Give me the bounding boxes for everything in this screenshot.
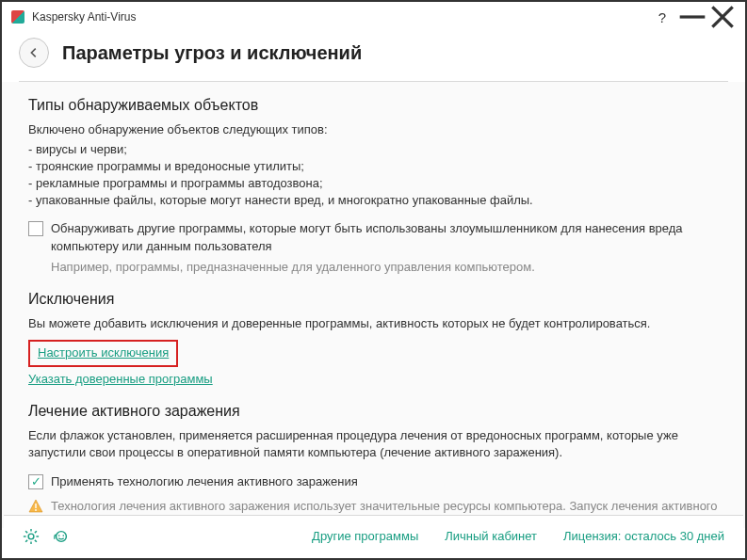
detect-item: - вирусы и черви; xyxy=(28,141,719,158)
close-icon xyxy=(707,2,738,32)
close-button[interactable] xyxy=(707,4,738,30)
license-link[interactable]: Лицензия: осталось 30 дней xyxy=(563,529,724,543)
svg-point-14 xyxy=(57,531,67,541)
svg-line-10 xyxy=(25,531,27,533)
arrow-left-icon xyxy=(27,46,41,59)
detect-item: - троянские программы и вредоносные утил… xyxy=(28,158,719,175)
svg-line-11 xyxy=(35,539,37,541)
app-name: Kaspersky Anti-Virus xyxy=(32,10,137,24)
help-button[interactable]: ? xyxy=(647,4,677,30)
detect-item: - рекламные программы и программы автодо… xyxy=(28,175,719,192)
detect-other-checkbox[interactable] xyxy=(28,221,43,236)
active-section-title: Лечение активного заражения xyxy=(28,401,719,422)
active-desc: Если флажок установлен, применяется расш… xyxy=(28,427,719,461)
detect-other-hint: Например, программы, предназначенные для… xyxy=(51,259,719,276)
content-area: Типы обнаруживаемых объектов Включено об… xyxy=(2,82,745,528)
back-button[interactable] xyxy=(19,38,49,68)
minimize-button[interactable] xyxy=(677,4,707,30)
configure-exclusions-link[interactable]: Настроить исключения xyxy=(28,340,178,366)
svg-line-12 xyxy=(35,531,37,533)
svg-point-16 xyxy=(62,535,64,536)
detect-other-checkbox-row: Обнаруживать другие программы, которые м… xyxy=(28,220,719,254)
detect-other-label[interactable]: Обнаруживать другие программы, которые м… xyxy=(51,220,719,254)
other-programs-link[interactable]: Другие программы xyxy=(312,529,418,543)
titlebar: Kaspersky Anti-Virus ? xyxy=(2,2,745,32)
svg-point-15 xyxy=(58,535,60,536)
header: Параметры угроз и исключений xyxy=(2,32,745,81)
app-icon xyxy=(11,10,24,24)
warning-icon xyxy=(28,499,43,514)
svg-line-13 xyxy=(25,539,27,541)
exclusions-desc: Вы можете добавить исключения и доверенн… xyxy=(28,315,719,332)
active-checkbox[interactable] xyxy=(28,474,43,489)
active-checkbox-label[interactable]: Применять технологию лечения активного з… xyxy=(51,473,719,490)
detect-item: - упакованные файлы, которые могут нанес… xyxy=(28,192,719,209)
active-checkbox-row: Применять технологию лечения активного з… xyxy=(28,473,719,490)
detect-section-title: Типы обнаруживаемых объектов xyxy=(28,95,719,116)
footer: Другие программы Личный кабинет Лицензия… xyxy=(4,515,743,556)
my-account-link[interactable]: Личный кабинет xyxy=(445,529,537,543)
exclusions-section-title: Исключения xyxy=(28,289,719,310)
support-icon[interactable] xyxy=(53,528,70,545)
minimize-icon xyxy=(677,2,707,32)
page-title: Параметры угроз и исключений xyxy=(62,42,362,64)
detect-intro: Включено обнаружение объектов следующих … xyxy=(28,121,719,138)
svg-point-4 xyxy=(35,509,37,511)
svg-point-5 xyxy=(28,534,34,539)
gear-icon[interactable] xyxy=(23,528,40,545)
trusted-programs-link[interactable]: Указать доверенные программы xyxy=(28,371,213,388)
